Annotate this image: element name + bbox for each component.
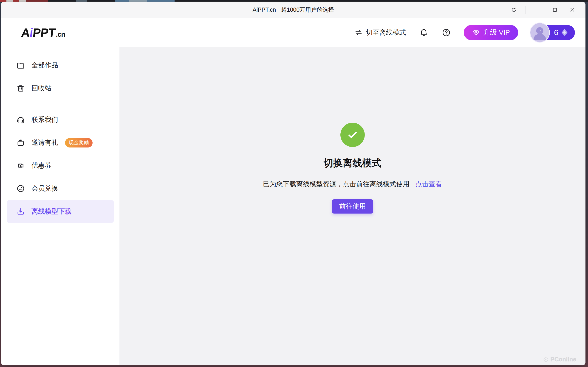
window-title: AiPPT.cn - 超1000万用户的选择 [1,6,586,14]
folder-icon [16,61,25,70]
sidebar-item-invite-rewards[interactable]: 邀请有礼 现金奖励 [7,131,114,154]
switch-offline-mode-button[interactable]: 切至离线模式 [355,28,406,37]
user-avatar-icon [531,24,549,42]
gem-icon [560,28,569,37]
sidebar-item-label: 邀请有礼 [32,138,58,147]
gift-bag-icon [16,138,25,147]
help-button[interactable] [442,28,451,37]
refresh-icon [511,7,517,13]
download-icon [16,207,25,216]
notifications-button[interactable] [419,28,428,37]
pconline-logo-icon [543,357,549,363]
header-actions: 切至离线模式 升级 VIP [355,22,575,43]
logo-cn-suffix: .cn [56,31,65,38]
refresh-button[interactable] [506,3,521,17]
status-message: 已为您下载离线模型资源，点击前往离线模式使用 [263,180,409,189]
vip-diamond-icon [472,28,480,37]
swap-arrows-icon [355,28,363,37]
maximize-icon [552,7,558,13]
minimize-button[interactable] [530,3,545,17]
controls-divider [526,6,526,14]
pconline-label: PConline [550,356,576,363]
sidebar-item-member-exchange[interactable]: 会员兑换 [7,177,114,200]
bell-icon [419,28,428,37]
success-check-icon [340,123,365,147]
upgrade-vip-button[interactable]: 升级 VIP [464,25,518,40]
sidebar-item-label: 会员兑换 [32,184,58,193]
app-header: AiPPT .cn 切至离线模式 升级 VIP [1,18,586,47]
question-circle-icon [442,28,451,37]
sidebar-item-label: 全部作品 [32,61,58,70]
sidebar-item-label: 离线模型下载 [32,207,71,216]
logo-letters-ppt: PPT [32,26,56,39]
window-body: 全部作品 回收站 联系我们 邀请有礼 现金奖励 优惠券 [1,47,586,365]
title-bar: AiPPT.cn - 超1000万用户的选择 [1,2,586,18]
trash-icon [16,84,25,93]
window-controls [506,2,580,18]
headset-icon [16,115,25,124]
sidebar-item-contact-us[interactable]: 联系我们 [7,108,114,131]
avatar[interactable] [530,23,550,43]
upgrade-vip-label: 升级 VIP [483,28,510,37]
coupon-icon [16,161,25,170]
sidebar-item-label: 回收站 [32,84,52,93]
exchange-icon [16,184,25,193]
pconline-watermark: PConline [543,356,576,363]
sidebar-item-label: 联系我们 [32,115,58,124]
view-details-link[interactable]: 点击查看 [415,180,442,189]
sidebar: 全部作品 回收站 联系我们 邀请有礼 现金奖励 优惠券 [1,47,120,365]
offline-mode-status: 切换离线模式 已为您下载离线模型资源，点击前往离线模式使用 点击查看 前往使用 [263,123,442,365]
main-content: 切换离线模式 已为您下载离线模型资源，点击前往离线模式使用 点击查看 前往使用 … [120,47,586,365]
credits-count: 6 [554,28,558,37]
go-use-button[interactable]: 前往使用 [332,199,373,214]
close-button[interactable] [565,3,580,17]
close-icon [569,7,575,13]
account-area[interactable]: 6 [530,22,575,43]
app-window: AiPPT.cn - 超1000万用户的选择 AiPPT .cn [1,2,586,365]
switch-offline-mode-label: 切至离线模式 [366,28,406,37]
sidebar-item-coupons[interactable]: 优惠券 [7,154,114,177]
cash-reward-badge: 现金奖励 [65,138,93,148]
sidebar-item-recycle-bin[interactable]: 回收站 [7,77,114,100]
sidebar-item-label: 优惠券 [32,161,52,170]
aippt-logo: AiPPT .cn [21,26,65,40]
sidebar-divider [7,104,114,104]
logo-letter-a: A [21,26,31,39]
minimize-icon [535,7,540,13]
maximize-button[interactable] [547,3,562,17]
sidebar-item-offline-model-download[interactable]: 离线模型下载 [7,200,114,223]
status-title: 切换离线模式 [324,157,381,169]
sidebar-item-all-works[interactable]: 全部作品 [7,54,114,77]
